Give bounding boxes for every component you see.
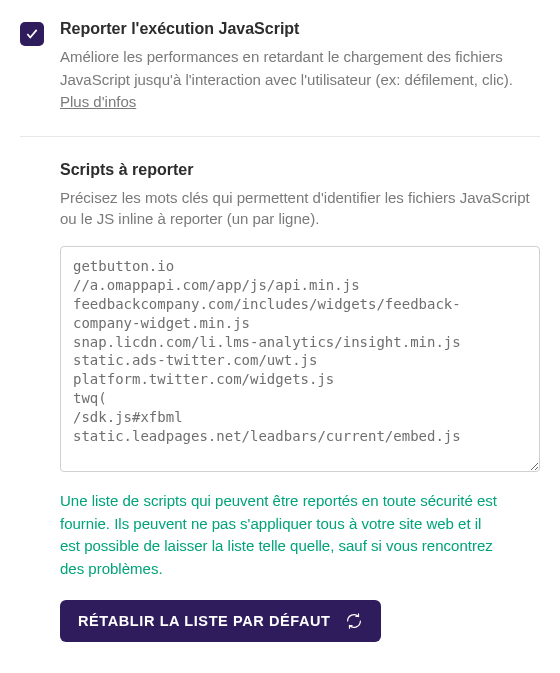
defer-js-row: Reporter l'exécution JavaScript Améliore… [20, 20, 540, 114]
more-info-link[interactable]: Plus d'infos [60, 93, 136, 110]
scripts-title: Scripts à reporter [60, 161, 540, 179]
restore-button-label: RÉTABLIR LA LISTE PAR DÉFAUT [78, 613, 331, 629]
scripts-textarea-wrap [60, 246, 540, 476]
defer-js-title: Reporter l'exécution JavaScript [60, 20, 540, 38]
defer-js-description: Améliore les performances en retardant l… [60, 46, 540, 114]
defer-js-description-text: Améliore les performances en retardant l… [60, 48, 513, 88]
scripts-hint: Une liste de scripts qui peuvent être re… [60, 490, 500, 580]
check-icon [25, 27, 39, 41]
refresh-icon [345, 612, 363, 630]
defer-js-text: Reporter l'exécution JavaScript Améliore… [60, 20, 540, 114]
scripts-section: Scripts à reporter Précisez les mots clé… [20, 137, 540, 643]
scripts-description: Précisez les mots clés qui permettent d'… [60, 187, 540, 231]
settings-panel: Reporter l'exécution JavaScript Améliore… [0, 0, 560, 662]
restore-default-button[interactable]: RÉTABLIR LA LISTE PAR DÉFAUT [60, 600, 381, 642]
scripts-textarea[interactable] [60, 246, 540, 472]
defer-js-checkbox[interactable] [20, 22, 44, 46]
